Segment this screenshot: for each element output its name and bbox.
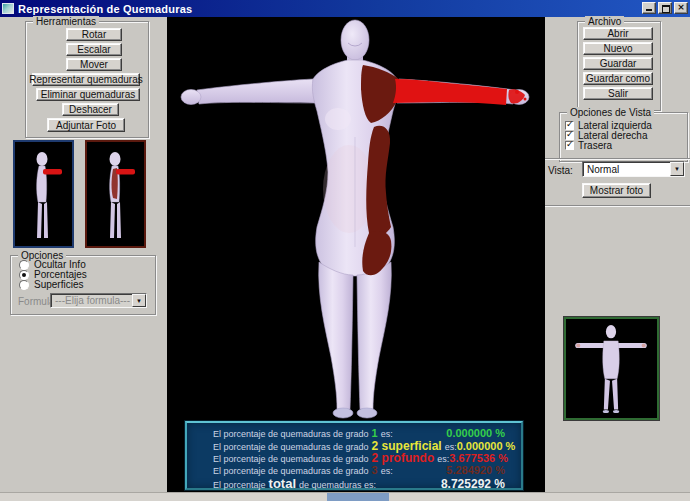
tools-group-label: Herramientas [33,16,99,27]
checkbox-trasera[interactable]: Trasera [565,140,612,151]
burn-percentage-row: El porcentaje de quemaduras de grado2 pr… [213,451,505,463]
model-head[interactable] [341,20,369,60]
tool-button-adjuntar-foto[interactable]: Adjuntar Foto [47,118,125,132]
minimize-icon [646,9,652,11]
burn-grade-label: 3 [372,464,378,476]
tool-button-mover[interactable]: Mover [66,58,122,71]
burn-percentage-row: El porcentaje de quemaduras de grado2 su… [213,439,505,451]
formula-select[interactable]: ---Elija formula--- ▼ [50,293,147,308]
model-left-foot[interactable] [333,408,353,418]
burn-row-text: El porcentaje de quemaduras de grado1es: [213,427,446,439]
tool-button-representar-quemaduras[interactable]: Representar quemaduras [32,73,140,86]
checkbox-label: Trasera [578,141,612,151]
close-icon: × [675,2,687,12]
file-group-label: Archivo [585,16,624,27]
model-chest-highlight [325,108,351,130]
burn-percentages-panel: El porcentaje de quemaduras de grado1es:… [185,421,523,490]
vista-select-value: Normal [583,164,670,175]
close-button[interactable]: × [674,2,688,14]
radio-icon[interactable] [19,280,29,290]
radio-label: Superficies [34,280,83,290]
burn-percentage-row: El porcentajetotalde quemaduras es:8.725… [213,476,505,488]
restore-button[interactable] [658,2,672,14]
show-photo-button[interactable]: Mostrar foto [582,183,651,198]
checkbox-label: Lateral izquierda [578,121,652,131]
model-left-arm[interactable] [197,79,315,104]
tool-button-eliminar-quemaduras[interactable]: Eliminar quemaduras [36,88,140,101]
formula-select-value: ---Elija formula--- [51,295,132,306]
file-button-guardar[interactable]: Guardar [583,57,653,70]
restore-icon [662,5,670,13]
radio-superficies[interactable]: Superficies [19,279,83,290]
burn-percentage-value: 5.284920 % [446,464,505,476]
file-button-guardar-como[interactable]: Guardar como [583,72,653,85]
window-title: Representación de Quemaduras [18,3,192,15]
burn-grade-label: total [269,476,296,491]
checkbox-icon[interactable] [565,141,574,150]
tool-button-escalar[interactable]: Escalar [66,43,122,56]
checkbox-label: Lateral derecha [578,131,648,141]
burn-percentage-value: 3.677536 % [449,452,508,464]
formula-dropdown-arrow-icon[interactable]: ▼ [132,294,146,307]
tool-button-deshacer[interactable]: Deshacer [62,103,119,116]
burn-percentage-row: El porcentaje de quemaduras de grado3es:… [213,464,505,476]
app-icon [2,3,14,14]
burn-grade-label: 1 [372,427,378,439]
window-controls: × [642,2,688,14]
radio-label: Porcentajes [34,270,87,280]
minimize-button[interactable] [642,2,656,14]
vista-select[interactable]: Normal ▼ [582,161,685,177]
burn-row-text: El porcentaje de quemaduras de grado3es: [213,464,446,476]
radio-icon[interactable] [19,270,29,280]
vista-label: Vista: [548,165,573,176]
burn-speck-2 [524,98,527,101]
file-button-abrir[interactable]: Abrir [583,27,653,40]
thumbnail-lateral-derecha[interactable] [85,140,146,248]
burn-percentage-value: 0.000000 % [446,427,505,439]
thumbnail-trasera[interactable] [564,317,659,420]
bottom-strip-highlight [327,493,389,501]
tool-button-rotar[interactable]: Rotar [66,28,122,41]
model-left-leg[interactable] [319,262,353,409]
burn-speck-1 [515,90,519,94]
file-button-salir[interactable]: Salir [583,87,653,100]
burn-percentage-value: 0.000000 % [457,440,516,452]
view-options-group-label: Opciones de Vista [567,107,654,118]
model-right-foot[interactable] [357,408,377,418]
burn-percentage-value: 8.725292 % [441,477,505,491]
divider-top [545,158,690,160]
divider-bottom [545,205,690,207]
radio-label: Ocultar Info [34,260,86,270]
burn-grade3-shoulder [361,65,401,123]
burn-percentage-row: El porcentaje de quemaduras de grado1es:… [213,427,505,439]
thumbnail-lateral-izquierda[interactable] [13,140,74,248]
model-left-hand[interactable] [181,90,201,105]
vista-dropdown-arrow-icon[interactable]: ▼ [670,162,684,176]
radio-icon[interactable] [19,260,29,270]
burn-row-text: El porcentajetotalde quemaduras es: [213,476,441,491]
file-button-nuevo[interactable]: Nuevo [583,42,653,55]
app-window: Representación de Quemaduras × [0,0,690,501]
titlebar: Representación de Quemaduras × [0,0,690,17]
model-right-leg[interactable] [357,262,391,409]
